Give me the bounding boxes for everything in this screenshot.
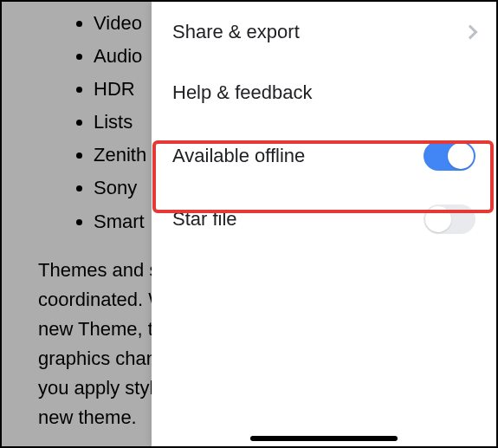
available-offline-label: Available offline xyxy=(172,145,305,167)
star-file-toggle[interactable] xyxy=(424,205,475,234)
home-indicator xyxy=(250,436,398,441)
chevron-right-icon xyxy=(463,25,478,40)
star-file-label: Star file xyxy=(172,208,237,230)
available-offline-toggle[interactable] xyxy=(424,141,475,171)
options-sheet: Share & export Help & feedback Available… xyxy=(152,2,496,446)
help-feedback-label: Help & feedback xyxy=(172,81,312,104)
toggle-knob-icon xyxy=(448,143,474,169)
help-feedback-row[interactable]: Help & feedback xyxy=(152,62,496,123)
toggle-knob-icon xyxy=(425,206,451,232)
available-offline-row[interactable]: Available offline xyxy=(152,123,496,189)
share-export-row[interactable]: Share & export xyxy=(152,2,496,62)
share-export-label: Share & export xyxy=(172,21,300,43)
star-file-row[interactable]: Star file xyxy=(152,189,496,250)
